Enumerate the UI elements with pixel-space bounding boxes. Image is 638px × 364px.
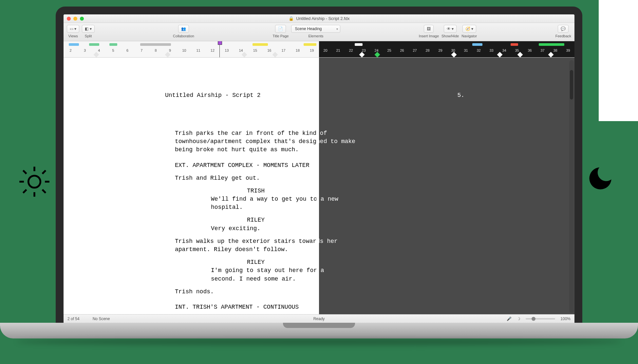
ruler-tick[interactable]: 26: [396, 48, 408, 52]
laptop-base: [0, 323, 638, 338]
svg-line-8: [42, 171, 46, 174]
ruler-ticks-left: 2345678910111213141516171819: [64, 48, 319, 52]
ruler-tick[interactable]: 18: [291, 48, 305, 52]
title-page-label: Title Page: [272, 34, 289, 38]
ruler-tick[interactable]: 5: [106, 48, 120, 52]
svg-line-6: [42, 190, 46, 193]
ruler-tick[interactable]: 39: [562, 48, 574, 52]
ruler-tick[interactable]: 2: [64, 48, 78, 52]
show-hide-button[interactable]: 👁 ▾: [444, 25, 457, 33]
ruler-tick[interactable]: 20: [319, 48, 332, 52]
ruler-tick[interactable]: 19: [305, 48, 319, 52]
ruler-tick[interactable]: 7: [135, 48, 149, 52]
ruler-tick[interactable]: 33: [485, 48, 498, 52]
navigator-label: Navigator: [461, 34, 477, 38]
ruler-tick[interactable]: 32: [472, 48, 485, 52]
ruler-tick[interactable]: 29: [434, 48, 447, 52]
ruler-tick[interactable]: 15: [248, 48, 262, 52]
night-mode-icon[interactable]: ☽: [517, 317, 520, 321]
ruler-tick[interactable]: 23: [357, 48, 370, 52]
status-center: Ready: [64, 317, 574, 321]
sun-icon: [16, 164, 52, 201]
svg-point-0: [28, 176, 41, 188]
ruler-tick[interactable]: 22: [345, 48, 357, 52]
status-page: 2 of 54: [67, 317, 80, 321]
element-selected-value: Scene Heading: [295, 27, 322, 31]
close-window-button[interactable]: [67, 17, 71, 21]
status-scene: No Scene: [93, 317, 110, 321]
ruler-ticks-right: 2021222324252627282930313233343536373839: [319, 48, 574, 52]
vertical-scrollbar[interactable]: [569, 60, 574, 313]
zoom-window-button[interactable]: [80, 17, 84, 21]
ruler-tick[interactable]: 3: [78, 48, 92, 52]
ruler-tick[interactable]: 8: [149, 48, 163, 52]
window-title: Untitled Airship - Script 2.fdx: [296, 16, 349, 21]
scrollbar-thumb[interactable]: [570, 70, 573, 100]
ruler-tick[interactable]: 21: [332, 48, 345, 52]
lock-icon: 🔒: [289, 16, 294, 21]
mic-icon[interactable]: 🎤: [507, 317, 512, 321]
svg-line-5: [23, 171, 27, 174]
ruler-tick[interactable]: 28: [421, 48, 434, 52]
collaboration-label: Collaboration: [173, 34, 194, 38]
navigator-button[interactable]: 🧭 ▾: [462, 25, 476, 33]
ruler-tick[interactable]: 13: [220, 48, 234, 52]
split-label: Split: [85, 34, 92, 38]
app-window: 🔒 Untitled Airship - Script 2.fdx ▭ ▾ Vi…: [64, 14, 574, 323]
ruler-tick[interactable]: 6: [120, 48, 134, 52]
ruler-tick[interactable]: 30: [447, 48, 460, 52]
split-button[interactable]: ◧ ▾: [82, 25, 94, 33]
svg-line-7: [23, 190, 27, 193]
show-hide-label: Show/Hide: [441, 34, 459, 38]
ruler-tick[interactable]: 11: [191, 48, 205, 52]
zoom-slider[interactable]: [526, 318, 555, 319]
insert-image-label: Insert Image: [419, 34, 439, 38]
ruler-tick[interactable]: 27: [408, 48, 421, 52]
scene-ruler[interactable]: 2345678910111213141516171819 20212223242…: [64, 41, 574, 58]
moon-icon: [586, 164, 615, 194]
ruler-tick[interactable]: 36: [523, 48, 536, 52]
elements-label: Elements: [309, 34, 324, 38]
ruler-tick[interactable]: 35: [511, 48, 523, 52]
ruler-tick[interactable]: 10: [177, 48, 191, 52]
background-panel: [599, 0, 638, 121]
views-label: Views: [68, 34, 78, 38]
ruler-tick[interactable]: 14: [234, 48, 248, 52]
titlebar: 🔒 Untitled Airship - Script 2.fdx: [64, 14, 574, 23]
feedback-label: Feedback: [555, 34, 571, 38]
views-button[interactable]: ▭ ▾: [67, 25, 79, 33]
ruler-tick[interactable]: 24: [370, 48, 383, 52]
toolbar: ▭ ▾ Views ◧ ▾ Split 👥 Collaboration: [64, 23, 574, 41]
feedback-button[interactable]: 💬: [558, 25, 569, 33]
ruler-tick[interactable]: 25: [383, 48, 396, 52]
status-bar: 2 of 54 No Scene Ready 🎤 ☽ 100%: [64, 314, 574, 323]
collaboration-button[interactable]: 👥: [178, 25, 189, 33]
ruler-tick[interactable]: 4: [92, 48, 106, 52]
minimize-window-button[interactable]: [73, 17, 77, 21]
ruler-tick[interactable]: 9: [163, 48, 177, 52]
laptop-frame: 🔒 Untitled Airship - Script 2.fdx ▭ ▾ Vi…: [56, 7, 582, 323]
element-select[interactable]: Scene Heading: [291, 25, 340, 33]
ruler-tick[interactable]: 37: [536, 48, 549, 52]
insert-image-button[interactable]: 🖼: [424, 25, 434, 33]
zoom-value: 100%: [560, 317, 571, 321]
title-page-button[interactable]: 📄: [275, 25, 286, 33]
doc-header-title: Untitled Airship - Script 2: [165, 91, 261, 100]
ruler-tick[interactable]: 16: [262, 48, 276, 52]
ruler-tick[interactable]: 17: [276, 48, 291, 52]
ruler-tick[interactable]: 31: [460, 48, 472, 52]
ruler-tick[interactable]: 12: [205, 48, 219, 52]
